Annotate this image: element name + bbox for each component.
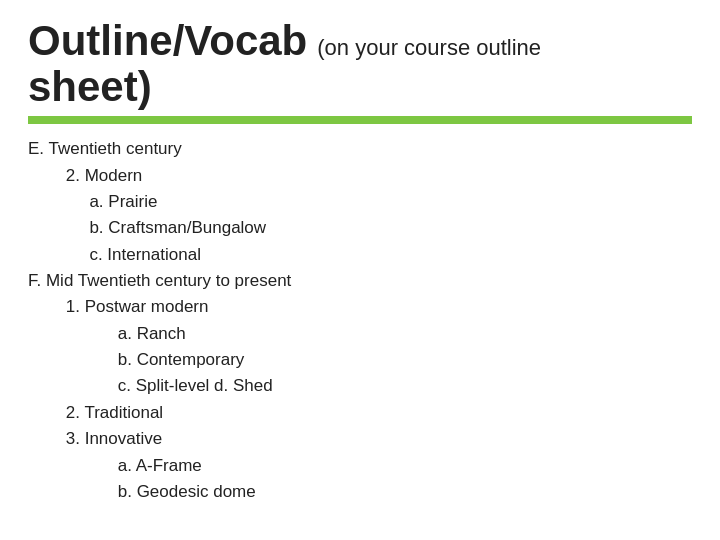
page: Outline/Vocab (on your course outline sh… [0,0,720,540]
content-line: b. Geodesic dome [28,479,692,505]
title-main: Outline/Vocab [28,18,307,64]
title-block: Outline/Vocab (on your course outline sh… [28,18,692,110]
title-line2: sheet) [28,64,692,110]
content-line: b. Craftsman/Bungalow [28,215,692,241]
green-bar [28,116,692,124]
content-block: E. Twentieth century 2. Modern a. Prairi… [28,136,692,505]
content-line: F. Mid Twentieth century to present [28,268,692,294]
content-line: 2. Modern [28,163,692,189]
content-line: b. Contemporary [28,347,692,373]
content-line: E. Twentieth century [28,136,692,162]
content-line: 3. Innovative [28,426,692,452]
content-line: a. Ranch [28,321,692,347]
title-subtitle: (on your course outline [317,35,541,61]
content-line: c. International [28,242,692,268]
content-line: 1. Postwar modern [28,294,692,320]
content-line: a. A-Frame [28,453,692,479]
content-line: a. Prairie [28,189,692,215]
content-line: 2. Traditional [28,400,692,426]
title-line1: Outline/Vocab (on your course outline [28,18,692,64]
content-line: c. Split-level d. Shed [28,373,692,399]
